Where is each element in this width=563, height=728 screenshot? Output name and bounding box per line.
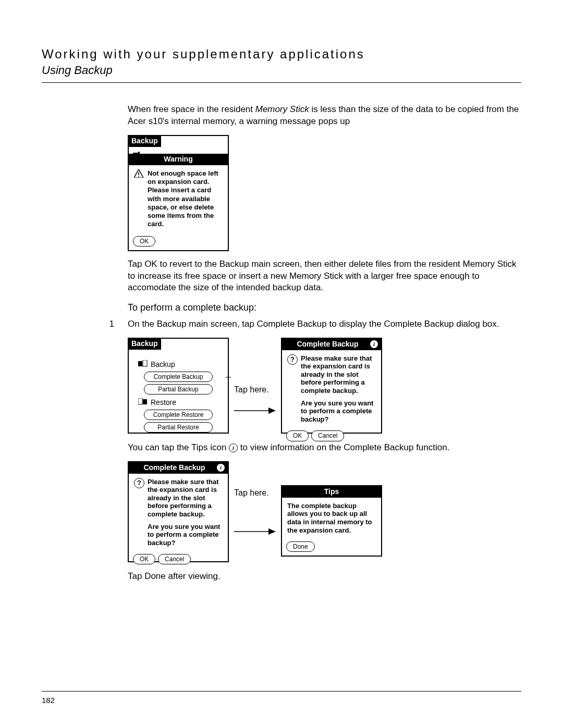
complete-backup-dialog-2: Complete Backup i ? Please make sure tha… <box>128 461 229 562</box>
arrow-icon <box>234 527 276 536</box>
svg-rect-6 <box>143 360 147 366</box>
svg-rect-9 <box>138 398 142 404</box>
tips-text: The complete backup allows you to back u… <box>282 498 381 538</box>
dialog-title: Complete Backup <box>132 463 217 473</box>
dialog-title: Backup <box>128 135 161 147</box>
step-text: On the Backup main screen, tap Complete … <box>128 318 499 330</box>
confirm-msg1: Please make sure that the expansion card… <box>148 478 223 519</box>
confirm-msg1: Please make sure that the expansion card… <box>301 354 376 395</box>
chapter-title: Working with your supplementary applicat… <box>42 47 521 61</box>
restore-label: Restore <box>151 398 176 408</box>
section-title: Using Backup <box>42 64 521 77</box>
dialog-title: Complete Backup <box>285 339 370 349</box>
complete-backup-dialog: Complete Backup i ? Please make sure tha… <box>281 338 382 434</box>
svg-marker-14 <box>268 528 276 535</box>
callout-line <box>226 375 231 380</box>
svg-point-4 <box>138 176 139 177</box>
complete-restore-button[interactable]: Complete Restore <box>144 410 213 420</box>
warning-message: Not enough space left on expansion card.… <box>148 169 223 229</box>
partial-backup-button[interactable]: Partial Backup <box>144 384 213 394</box>
backup-label: Backup <box>151 360 175 369</box>
svg-marker-11 <box>268 408 276 414</box>
footer-rule <box>42 691 521 692</box>
tap-done-paragraph: Tap Done after viewing. <box>128 571 521 583</box>
dialog-title: Backup <box>128 338 161 350</box>
complete-backup-button[interactable]: Complete Backup <box>144 372 213 382</box>
info-icon[interactable]: i <box>217 464 225 472</box>
dialog-title: Tips <box>324 487 339 497</box>
header-rule <box>42 82 521 83</box>
warning-dialog: Backup Warning Not enough space left on … <box>128 135 229 251</box>
tap-here-annotation: Tap here. <box>234 384 269 396</box>
question-icon: ? <box>134 478 144 488</box>
confirm-msg2: Are you sure you want to perform a compl… <box>148 523 223 547</box>
done-button[interactable]: Done <box>286 541 315 552</box>
cancel-button[interactable]: Cancel <box>158 554 191 564</box>
backup-icon <box>138 360 148 368</box>
restore-icon <box>138 398 148 406</box>
ok-button[interactable]: OK <box>133 236 155 246</box>
ok-button[interactable]: OK <box>286 430 309 441</box>
card-icon <box>133 152 140 156</box>
svg-rect-1 <box>138 152 140 153</box>
tips-dialog: Tips The complete backup allows you to b… <box>281 485 382 557</box>
svg-rect-8 <box>143 399 147 404</box>
page-number: 182 <box>42 696 55 705</box>
info-icon: i <box>229 443 238 452</box>
step-number: 1 <box>105 318 114 330</box>
svg-rect-5 <box>138 361 142 366</box>
info-icon[interactable]: i <box>370 340 378 348</box>
question-icon: ? <box>287 354 298 365</box>
procedure-heading: To perform a complete backup: <box>128 301 521 314</box>
after-warning-paragraph: Tap OK to revert to the Backup main scre… <box>128 258 521 294</box>
tap-here-annotation: Tap here. <box>234 487 269 499</box>
partial-restore-button[interactable]: Partial Restore <box>144 422 213 433</box>
warning-icon <box>134 169 143 229</box>
intro-paragraph: When free space in the resident Memory S… <box>128 104 521 128</box>
cancel-button[interactable]: Cancel <box>311 430 344 441</box>
backup-main-screen: Backup Backup Complete Backup Partial Ba… <box>128 338 229 434</box>
ok-button[interactable]: OK <box>133 554 155 564</box>
callout-line <box>225 467 229 468</box>
warning-bar: Warning <box>129 154 228 165</box>
confirm-msg2: Are you sure you want to perform a compl… <box>301 399 376 424</box>
arrow-icon <box>234 406 276 415</box>
